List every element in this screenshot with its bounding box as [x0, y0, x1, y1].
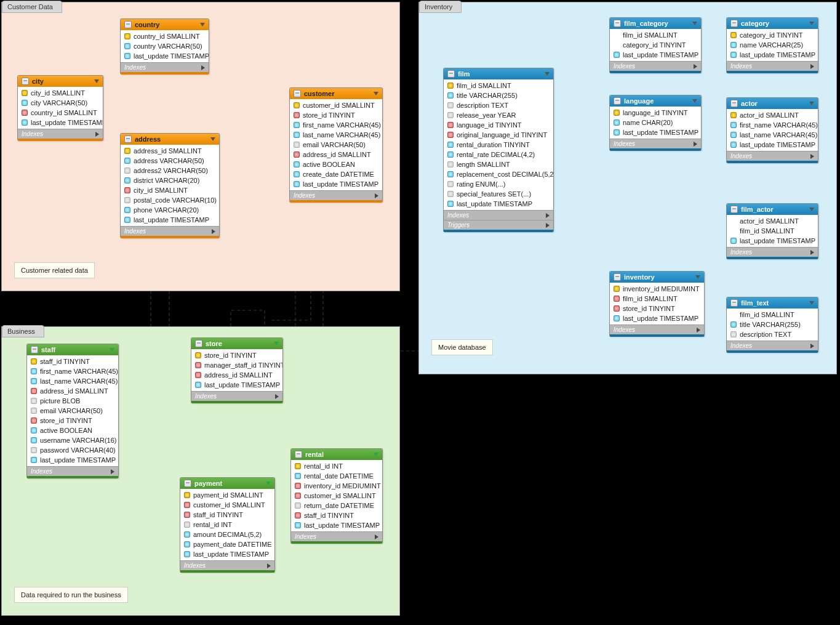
indexes-footer[interactable]: Indexes: [727, 341, 818, 350]
column-row[interactable]: actor_id SMALLINT: [727, 216, 818, 226]
column-row[interactable]: last_update TIMESTAMP: [18, 118, 103, 127]
indexes-footer[interactable]: Indexes: [27, 466, 118, 476]
column-row[interactable]: rental_rate DECIMAL(4,2): [444, 150, 553, 159]
column-row[interactable]: inventory_id MEDIUMINT: [291, 481, 382, 491]
table-header[interactable]: country: [121, 19, 209, 30]
column-row[interactable]: language_id TINYINT: [444, 120, 553, 130]
indexes-footer[interactable]: Indexes: [610, 325, 704, 334]
indexes-footer[interactable]: Indexes: [18, 129, 103, 139]
table-film[interactable]: film film_id SMALLINTtitle VARCHAR(255)d…: [443, 68, 554, 232]
column-row[interactable]: rental_id INT: [291, 461, 382, 471]
chevron-down-icon[interactable]: [274, 342, 279, 345]
column-row[interactable]: last_update TIMESTAMP: [180, 549, 274, 559]
table-header[interactable]: film_category: [610, 18, 701, 29]
table-category[interactable]: category category_id TINYINTname VARCHAR…: [726, 17, 818, 73]
indexes-footer[interactable]: Indexes: [727, 247, 818, 257]
column-row[interactable]: last_update TIMESTAMP: [610, 50, 701, 60]
column-row[interactable]: address2 VARCHAR(50): [121, 166, 219, 175]
indexes-footer[interactable]: Indexes: [444, 210, 553, 220]
column-row[interactable]: rental_duration TINYINT: [444, 140, 553, 150]
column-row[interactable]: rating ENUM(...): [444, 179, 553, 189]
table-header[interactable]: rental: [291, 449, 382, 460]
column-row[interactable]: customer_id SMALLINT: [180, 500, 274, 510]
chevron-down-icon[interactable]: [809, 208, 814, 211]
triggers-footer[interactable]: Triggers: [444, 220, 553, 230]
column-row[interactable]: address_id SMALLINT: [191, 370, 282, 380]
table-header[interactable]: city: [18, 76, 103, 87]
column-row[interactable]: title VARCHAR(255): [444, 91, 553, 100]
column-row[interactable]: first_name VARCHAR(45): [290, 120, 382, 130]
table-header[interactable]: customer: [290, 88, 382, 99]
table-store[interactable]: store store_id TINYINTmanager_staff_id T…: [191, 337, 283, 403]
column-row[interactable]: film_id SMALLINT: [610, 30, 701, 40]
table-film-text[interactable]: film_text film_id SMALLINTtitle VARCHAR(…: [726, 297, 818, 353]
table-inventory[interactable]: inventory inventory_id MEDIUMINTfilm_id …: [609, 271, 705, 337]
column-row[interactable]: replacement_cost DECIMAL(5,2): [444, 169, 553, 179]
column-row[interactable]: last_name VARCHAR(45): [727, 130, 818, 140]
indexes-footer[interactable]: Indexes: [291, 531, 382, 541]
table-film-category[interactable]: film_category film_id SMALLINTcategory_i…: [609, 17, 702, 73]
column-row[interactable]: staff_id TINYINT: [180, 510, 274, 520]
column-row[interactable]: address_id SMALLINT: [121, 146, 219, 156]
column-row[interactable]: staff_id TINYINT: [27, 357, 118, 366]
column-row[interactable]: customer_id SMALLINT: [291, 491, 382, 501]
indexes-footer[interactable]: Indexes: [121, 62, 209, 72]
chevron-down-icon[interactable]: [692, 22, 697, 25]
column-row[interactable]: title VARCHAR(255): [727, 320, 818, 329]
indexes-footer[interactable]: Indexes: [727, 61, 818, 71]
column-row[interactable]: language_id TINYINT: [610, 108, 701, 118]
table-header[interactable]: inventory: [610, 272, 704, 283]
table-header[interactable]: store: [191, 338, 282, 349]
column-row[interactable]: film_id SMALLINT: [727, 226, 818, 236]
column-row[interactable]: last_update TIMESTAMP: [121, 215, 219, 225]
table-language[interactable]: language language_id TINYINTname CHAR(20…: [609, 95, 702, 151]
column-row[interactable]: city_id SMALLINT: [121, 185, 219, 195]
table-header[interactable]: address: [121, 134, 219, 145]
column-row[interactable]: active BOOLEAN: [27, 425, 118, 435]
chevron-down-icon[interactable]: [809, 102, 814, 105]
column-row[interactable]: country_id SMALLINT: [121, 31, 209, 41]
column-row[interactable]: payment_date DATETIME: [180, 539, 274, 549]
column-row[interactable]: payment_id SMALLINT: [180, 490, 274, 500]
column-row[interactable]: store_id TINYINT: [290, 110, 382, 120]
table-header[interactable]: actor: [727, 98, 818, 109]
column-row[interactable]: first_name VARCHAR(45): [27, 366, 118, 376]
indexes-footer[interactable]: Indexes: [610, 61, 701, 71]
chevron-down-icon[interactable]: [210, 137, 215, 141]
chevron-down-icon[interactable]: [266, 482, 271, 485]
table-film-actor[interactable]: film_actor actor_id SMALLINTfilm_id SMAL…: [726, 203, 818, 259]
table-payment[interactable]: payment payment_id SMALLINTcustomer_id S…: [180, 477, 275, 573]
column-row[interactable]: last_update TIMESTAMP: [191, 380, 282, 390]
column-row[interactable]: name CHAR(20): [610, 118, 701, 127]
column-row[interactable]: last_name VARCHAR(45): [27, 376, 118, 386]
column-row[interactable]: country_id SMALLINT: [18, 108, 103, 118]
indexes-footer[interactable]: Indexes: [610, 139, 701, 148]
column-row[interactable]: film_id SMALLINT: [610, 294, 704, 304]
column-row[interactable]: last_update TIMESTAMP: [121, 51, 209, 61]
column-row[interactable]: store_id TINYINT: [191, 350, 282, 360]
column-row[interactable]: city VARCHAR(50): [18, 98, 103, 108]
column-row[interactable]: last_update TIMESTAMP: [727, 140, 818, 150]
table-header[interactable]: language: [610, 95, 701, 107]
column-row[interactable]: store_id TINYINT: [610, 304, 704, 313]
column-row[interactable]: email VARCHAR(50): [27, 406, 118, 416]
column-row[interactable]: email VARCHAR(50): [290, 140, 382, 150]
table-country[interactable]: country country_id SMALLINTcountry VARCH…: [120, 18, 209, 75]
column-row[interactable]: amount DECIMAL(5,2): [180, 530, 274, 539]
table-actor[interactable]: actor actor_id SMALLINTfirst_name VARCHA…: [726, 97, 818, 163]
column-row[interactable]: last_update TIMESTAMP: [727, 236, 818, 246]
column-row[interactable]: create_date DATETIME: [290, 169, 382, 179]
column-row[interactable]: special_features SET(...): [444, 189, 553, 199]
chevron-down-icon[interactable]: [94, 79, 99, 83]
column-row[interactable]: address VARCHAR(50): [121, 156, 219, 166]
column-row[interactable]: district VARCHAR(20): [121, 175, 219, 185]
column-row[interactable]: city_id SMALLINT: [18, 88, 103, 98]
column-row[interactable]: phone VARCHAR(20): [121, 205, 219, 215]
table-header[interactable]: category: [727, 18, 818, 29]
column-row[interactable]: original_language_id TINYINT: [444, 130, 553, 140]
table-header[interactable]: film_text: [727, 297, 818, 308]
column-row[interactable]: rental_id INT: [180, 520, 274, 530]
indexes-footer[interactable]: Indexes: [727, 151, 818, 161]
column-row[interactable]: username VARCHAR(16): [27, 435, 118, 445]
indexes-footer[interactable]: Indexes: [290, 190, 382, 200]
